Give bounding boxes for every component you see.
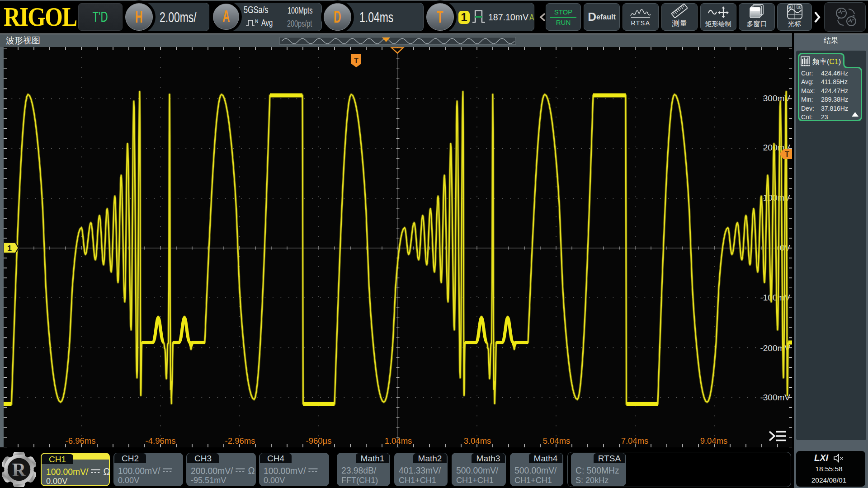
svg-text:-6.96ms: -6.96ms — [66, 436, 96, 446]
svg-text:N: N — [255, 19, 258, 24]
svg-text:1: 1 — [7, 244, 12, 253]
svg-text:R: R — [12, 460, 26, 480]
svg-text:A: A — [789, 5, 792, 9]
svg-text:频率(C1): 频率(C1) — [812, 58, 841, 66]
svg-text:-300mV: -300mV — [760, 393, 790, 402]
svg-text:T: T — [354, 57, 359, 65]
svg-text:9.04ms: 9.04ms — [700, 436, 728, 446]
svg-text:1.04ms: 1.04ms — [385, 436, 412, 446]
svg-text:7.04ms: 7.04ms — [621, 436, 649, 446]
svg-text:3.04ms: 3.04ms — [464, 436, 491, 446]
svg-text:-2.96ms: -2.96ms — [225, 436, 255, 446]
svg-text:-960µs: -960µs — [306, 436, 332, 446]
svg-text:5.04ms: 5.04ms — [543, 436, 571, 446]
svg-text:-4.96ms: -4.96ms — [146, 436, 176, 446]
svg-text:T: T — [785, 150, 789, 158]
svg-text:B: B — [797, 5, 800, 9]
